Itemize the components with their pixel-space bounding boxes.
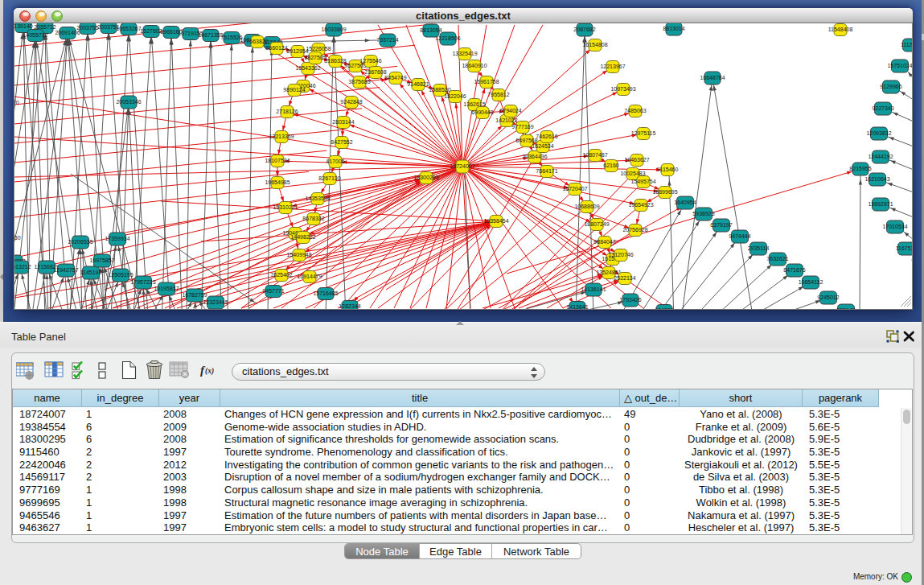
- svg-text:1282344: 1282344: [339, 303, 360, 309]
- svg-text:16210643: 16210643: [864, 176, 889, 182]
- svg-text:10973493: 10973493: [610, 86, 635, 92]
- svg-text:12213369: 12213369: [269, 134, 294, 139]
- svg-text:9913212: 9913212: [14, 264, 31, 270]
- svg-text:1421022: 1421022: [495, 117, 517, 123]
- svg-text:12444192: 12444192: [868, 154, 893, 159]
- svg-text:16914479: 16914479: [297, 274, 322, 279]
- svg-text:10654112: 10654112: [799, 279, 823, 285]
- svg-text:16154808: 16154808: [582, 42, 607, 47]
- svg-text:8813054: 8813054: [420, 27, 441, 33]
- svg-text:16033809: 16033809: [321, 27, 346, 32]
- svg-text:19654923: 19654923: [628, 202, 653, 208]
- svg-text:9115460: 9115460: [657, 167, 679, 172]
- svg-text:15751024: 15751024: [887, 63, 912, 68]
- svg-text:17359934: 17359934: [105, 236, 129, 241]
- svg-text:8678332: 8678332: [302, 216, 324, 221]
- svg-text:12323445: 12323445: [203, 299, 228, 305]
- svg-text:2522134: 2522134: [614, 275, 635, 281]
- svg-text:8660124: 8660124: [265, 45, 287, 51]
- svg-text:14498222: 14498222: [290, 234, 315, 240]
- svg-text:14136141: 14136141: [581, 286, 606, 292]
- svg-text:2367608: 2367608: [364, 69, 386, 75]
- svg-text:10688609: 10688609: [574, 204, 599, 209]
- svg-text:15716485: 15716485: [313, 290, 338, 296]
- svg-text:20756928: 20756928: [622, 227, 647, 233]
- svg-text:3875685: 3875685: [348, 79, 370, 84]
- svg-text:20206535: 20206535: [68, 239, 92, 245]
- svg-text:1145193: 1145193: [80, 270, 102, 275]
- svg-text:16782759: 16782759: [182, 292, 207, 298]
- svg-text:13524851: 13524851: [596, 270, 621, 275]
- svg-text:15495754: 15495754: [630, 179, 655, 184]
- svg-text:16648784: 16648784: [700, 75, 725, 80]
- svg-text:8186328: 8186328: [324, 58, 346, 64]
- svg-text:(x): (x): [205, 367, 214, 376]
- svg-text:9527505: 9527505: [344, 63, 366, 68]
- svg-text:9227343: 9227343: [872, 105, 893, 111]
- svg-text:2935114: 2935114: [748, 245, 770, 251]
- svg-text:10653267: 10653267: [116, 26, 141, 31]
- svg-text:14055712: 14055712: [23, 32, 47, 38]
- svg-text:12942757: 12942757: [53, 267, 78, 273]
- svg-text:1822046: 1822046: [444, 93, 466, 99]
- svg-text:6497568: 6497568: [515, 138, 537, 143]
- svg-text:16543362: 16543362: [295, 65, 320, 71]
- svg-text:16961758: 16961758: [474, 79, 499, 84]
- svg-text:7625402: 7625402: [270, 272, 292, 278]
- svg-text:18724007: 18724007: [450, 163, 474, 169]
- svg-text:8813014: 8813014: [663, 26, 684, 31]
- svg-text:1624534: 1624534: [532, 143, 553, 149]
- svg-text:16671355: 16671355: [198, 32, 223, 38]
- svg-text:9474444: 9474444: [729, 233, 750, 239]
- svg-text:18300295: 18300295: [413, 175, 438, 180]
- svg-text:1413641: 1413641: [566, 304, 588, 309]
- svg-text:20165170: 20165170: [14, 100, 19, 105]
- svg-text:7357214: 7357214: [376, 37, 398, 43]
- svg-text:1640954: 1640954: [674, 200, 696, 205]
- svg-text:1112733: 1112733: [901, 42, 912, 47]
- svg-text:924501: 924501: [655, 307, 673, 309]
- svg-text:8427552: 8427552: [331, 139, 352, 145]
- svg-text:8267130: 8267130: [318, 175, 340, 181]
- svg-text:20364436: 20364436: [522, 154, 547, 159]
- svg-text:12213967: 12213967: [600, 64, 625, 69]
- svg-text:1527602: 1527602: [140, 28, 162, 34]
- svg-text:12975115: 12975115: [631, 130, 656, 136]
- svg-text:1753426: 1753426: [619, 297, 641, 303]
- svg-text:9146821: 9146821: [407, 81, 429, 87]
- svg-text:14353594: 14353594: [305, 196, 330, 201]
- svg-text:417006: 417006: [326, 159, 344, 164]
- svg-text:9129966: 9129966: [880, 84, 901, 89]
- svg-text:9884047: 9884047: [593, 239, 615, 245]
- svg-text:9457771: 9457771: [262, 288, 284, 294]
- svg-text:17010534: 17010534: [882, 224, 907, 229]
- svg-text:6379197: 6379197: [710, 222, 732, 228]
- svg-text:6794024: 6794024: [499, 108, 521, 113]
- svg-text:19975857: 19975857: [89, 257, 114, 263]
- svg-text:12218506: 12218506: [435, 35, 460, 41]
- svg-text:9242848: 9242848: [340, 99, 362, 105]
- svg-text:15226058: 15226058: [306, 46, 331, 51]
- svg-text:7955812: 7955812: [487, 92, 509, 97]
- svg-text:12093832: 12093832: [866, 130, 891, 136]
- svg-text:139140: 139140: [14, 23, 33, 29]
- svg-text:7663822: 7663822: [246, 39, 268, 44]
- svg-text:2803144: 2803144: [332, 119, 354, 125]
- svg-text:16899695: 16899695: [652, 189, 677, 195]
- svg-text:8471676: 8471676: [783, 267, 805, 273]
- svg-text:19358454: 19358454: [483, 218, 508, 224]
- svg-text:7485063: 7485063: [624, 108, 646, 113]
- svg-text:15720407: 15720407: [562, 186, 587, 192]
- svg-text:18107534: 18107534: [265, 158, 290, 163]
- svg-text:11548408: 11548408: [828, 27, 853, 32]
- svg-text:10195817: 10195817: [154, 286, 179, 291]
- svg-text:13692971: 13692971: [868, 201, 893, 207]
- svg-text:6990448: 6990448: [471, 109, 493, 115]
- svg-text:12505195: 12505195: [108, 272, 133, 278]
- svg-text:5938923: 5938923: [692, 211, 714, 216]
- svg-text:832145: 832145: [836, 307, 855, 309]
- svg-text:9245012: 9245012: [817, 295, 839, 300]
- svg-text:13325419: 13325419: [452, 51, 477, 56]
- svg-text:2003755: 2003755: [76, 25, 98, 31]
- svg-text:9890124: 9890124: [283, 87, 305, 93]
